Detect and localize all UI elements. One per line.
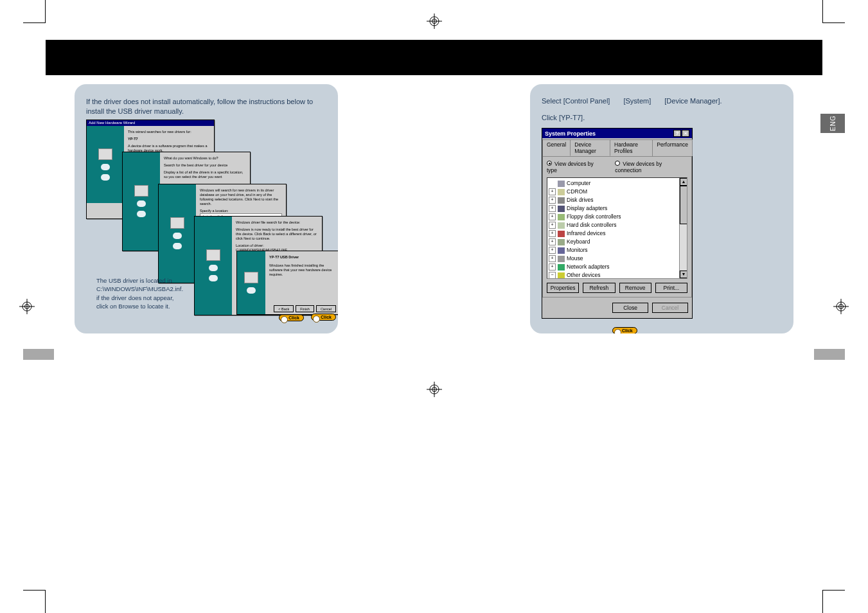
cdrom-icon xyxy=(558,189,565,195)
system-properties-dialog: System Properties ? × General Device Man… xyxy=(542,128,693,319)
scrollbar[interactable]: ▲ ▼ xyxy=(679,178,687,278)
view-by-connection[interactable]: View devices by connection xyxy=(615,161,687,173)
registration-mark-icon xyxy=(427,382,442,397)
scroll-down-icon[interactable]: ▼ xyxy=(680,271,687,278)
wizard-line: Windows is now ready to install the best… xyxy=(236,227,318,241)
cloud-icon xyxy=(173,233,182,239)
tree-computer[interactable]: Computer xyxy=(549,179,686,188)
registration-mark-icon xyxy=(427,13,442,29)
floppy-icon xyxy=(558,214,565,220)
finish-button[interactable]: Finish xyxy=(296,305,314,312)
crop-mark xyxy=(23,22,46,23)
tree-monitors[interactable]: Monitors xyxy=(549,246,686,254)
click-instruction: Click [YP-T7]. xyxy=(542,114,782,121)
tab-hardware-profiles[interactable]: Hardware Profiles xyxy=(610,139,653,156)
radio-icon xyxy=(615,161,620,166)
cancel-button[interactable]: Cancel xyxy=(316,305,336,312)
help-icon[interactable]: ? xyxy=(673,130,681,137)
cancel-button: Cancel xyxy=(652,303,688,313)
cloud-icon xyxy=(209,265,218,271)
intro-text: If the driver does not install automatic… xyxy=(86,97,326,117)
wizard-option[interactable]: Specify a location: xyxy=(200,209,282,213)
computer-icon xyxy=(98,148,112,160)
dialog-tabs: General Device Manager Hardware Profiles… xyxy=(542,138,692,156)
remove-button[interactable]: Remove xyxy=(619,283,651,293)
note-line: C:\WINDOWS\INF\MUSBA2.inf. xyxy=(96,285,183,293)
wizard-option[interactable]: Display a list of all the drivers in a s… xyxy=(164,170,246,179)
cloud-icon xyxy=(101,164,110,170)
wizard-device: YP-T7 xyxy=(128,137,210,141)
note-line: click on Browse to locate it. xyxy=(96,302,183,310)
back-button[interactable]: < Back xyxy=(274,305,294,312)
infrared-icon xyxy=(558,231,565,237)
scroll-up-icon[interactable]: ▲ xyxy=(680,178,687,186)
crop-mark xyxy=(822,22,845,23)
print-button[interactable]: Print... xyxy=(655,283,687,293)
scroll-thumb[interactable] xyxy=(680,186,687,224)
mouse-icon xyxy=(558,256,565,262)
display-icon xyxy=(558,206,565,212)
button-row: Properties Refresh Remove Print... xyxy=(547,283,687,293)
monitor-icon xyxy=(558,247,565,254)
tree-disk[interactable]: Disk drives xyxy=(549,196,686,204)
refresh-button[interactable]: Refresh xyxy=(583,283,615,293)
tab-device-manager[interactable]: Device Manager xyxy=(570,139,610,156)
tree-ir[interactable]: Infrared devices xyxy=(549,229,686,238)
device-tree[interactable]: Computer CDROM Disk drives Display adapt… xyxy=(547,177,687,279)
tab-general[interactable]: General xyxy=(542,139,571,156)
cloud-icon xyxy=(209,275,218,281)
computer-icon xyxy=(206,249,220,261)
header-band xyxy=(46,40,822,75)
note-line: if the driver does not appear, xyxy=(96,294,183,302)
navigation-path: Select [Control Panel] [System] [Device … xyxy=(542,97,782,105)
cloud-icon xyxy=(247,287,256,294)
wizard-line: Windows has finished installing the soft… xyxy=(269,263,335,277)
tree-other[interactable]: Other devices xyxy=(549,271,686,279)
tree-kb[interactable]: Keyboard xyxy=(549,238,686,246)
dialog-titlebar: System Properties ? × xyxy=(542,129,692,138)
radio-icon xyxy=(547,161,552,166)
properties-button[interactable]: Properties xyxy=(547,283,579,293)
wizard-side-graphic xyxy=(123,152,160,251)
crop-mark xyxy=(45,591,46,613)
disk-icon xyxy=(558,197,565,204)
wizard-line: Location of driver: xyxy=(236,244,318,248)
keyboard-icon xyxy=(558,239,565,245)
language-tab: ENG xyxy=(820,114,845,133)
wizard-title: Add New Hardware Wizard xyxy=(87,120,214,126)
wizard-side-graphic xyxy=(159,184,196,283)
wizard-device: YP-T7 USB Driver xyxy=(269,255,335,260)
tree-mouse[interactable]: Mouse xyxy=(549,254,686,263)
wizard-line: This wizard searches for new drivers for… xyxy=(128,130,210,134)
tree-display[interactable]: Display adapters xyxy=(549,204,686,213)
path-step: [System] xyxy=(623,97,651,105)
computer-icon xyxy=(244,272,258,283)
view-by-type[interactable]: View devices by type xyxy=(547,161,603,173)
close-button[interactable]: Close xyxy=(612,303,648,313)
tree-cdrom[interactable]: CDROM xyxy=(549,188,686,196)
tab-performance[interactable]: Performance xyxy=(652,139,693,156)
path-step: Select [Control Panel] xyxy=(542,97,610,105)
tree-floppy[interactable]: Floppy disk controllers xyxy=(549,213,686,221)
close-icon[interactable]: × xyxy=(682,130,689,137)
wizard-window-5: YP-T7 USB Driver Windows has finished in… xyxy=(236,251,338,315)
wizard-option[interactable]: Search for the best driver for your devi… xyxy=(164,163,246,168)
dialog-footer: Close Cancel xyxy=(542,298,692,318)
crop-mark xyxy=(822,591,823,613)
crop-mark xyxy=(45,0,46,22)
cloud-icon xyxy=(101,174,110,181)
click-badge: Click xyxy=(279,314,304,321)
tree-hd[interactable]: Hard disk controllers xyxy=(549,221,686,229)
click-badge: Click xyxy=(612,327,637,333)
driver-location-note: The USB driver is located in C:\WINDOWS\… xyxy=(96,276,183,310)
crop-mark xyxy=(23,590,46,591)
harddisk-icon xyxy=(558,222,565,229)
cloud-icon xyxy=(137,211,146,217)
gray-bar xyxy=(814,349,845,360)
other-devices-icon xyxy=(558,272,565,279)
crop-mark xyxy=(822,590,845,591)
tree-net[interactable]: Network adapters xyxy=(549,263,686,271)
network-icon xyxy=(558,264,565,271)
registration-mark-icon xyxy=(833,299,849,314)
dialog-title: System Properties xyxy=(545,130,596,137)
